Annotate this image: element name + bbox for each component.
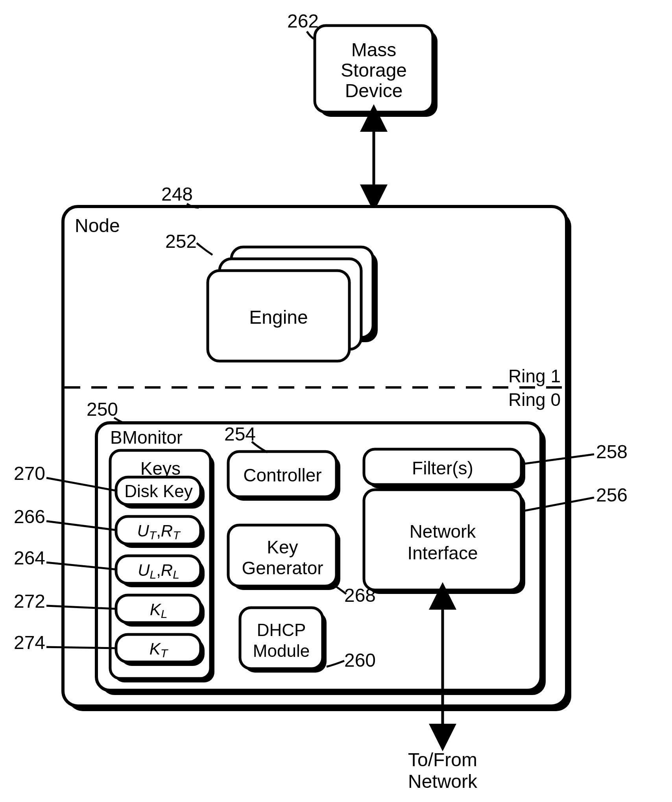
- network-box: Network Interface: [364, 490, 525, 594]
- tofrom-label-2: Network: [408, 771, 478, 792]
- ref-250: 250: [87, 399, 118, 420]
- filters-box: Filter(s): [364, 449, 525, 489]
- engine-label: Engine: [249, 307, 308, 328]
- mass-storage-box: Mass Storage Device: [315, 26, 438, 117]
- node-label: Node: [75, 215, 120, 236]
- filters-label: Filter(s): [412, 458, 473, 478]
- ref-252: 252: [165, 231, 197, 252]
- ref-266: 266: [14, 506, 45, 527]
- ref-264: 264: [14, 548, 45, 568]
- kt-box: KT: [116, 634, 205, 666]
- ulrl-box: UL,RL: [116, 556, 205, 587]
- controller-label: Controller: [243, 465, 321, 485]
- bmonitor-label: BMonitor: [110, 427, 183, 448]
- ring1-label: Ring 1: [508, 366, 561, 386]
- dhcp-box: DHCP Module: [240, 608, 327, 673]
- ref-256: 256: [596, 485, 628, 505]
- ref-258: 258: [596, 441, 628, 462]
- ref-262: 262: [287, 11, 319, 31]
- disk-key-box: Disk Key: [116, 477, 205, 509]
- controller-box: Controller: [228, 452, 340, 501]
- disk-key-label: Disk Key: [124, 481, 193, 501]
- ref-272: 272: [14, 591, 45, 612]
- ref-260: 260: [344, 650, 376, 671]
- dhcp-label-1: DHCP: [257, 620, 306, 640]
- utrt-box: UT,RT: [116, 516, 205, 548]
- keygen-label-1: Key: [267, 537, 298, 557]
- ref-254: 254: [224, 424, 256, 444]
- keygen-box: Key Generator: [228, 525, 340, 590]
- mass-storage-label-1: Mass: [351, 39, 397, 60]
- network-label-2: Interface: [408, 543, 478, 563]
- keys-title: Keys: [140, 458, 181, 479]
- mass-storage-label-3: Device: [345, 80, 403, 101]
- mass-storage-label-2: Storage: [341, 60, 407, 81]
- keygen-label-2: Generator: [242, 558, 323, 578]
- network-label-1: Network: [410, 521, 476, 542]
- tofrom-label-1: To/From: [408, 749, 477, 770]
- diagram-svg: Mass Storage Device 262 Node 248 Engine …: [0, 0, 672, 802]
- svg-line-42: [46, 647, 117, 648]
- kl-box: KL: [116, 595, 205, 627]
- dhcp-label-2: Module: [253, 641, 310, 660]
- engine-stack: Engine: [208, 247, 378, 361]
- ref-270: 270: [14, 463, 45, 484]
- ring0-label: Ring 0: [508, 389, 561, 410]
- ref-274: 274: [14, 632, 45, 653]
- ref-248: 248: [161, 184, 193, 205]
